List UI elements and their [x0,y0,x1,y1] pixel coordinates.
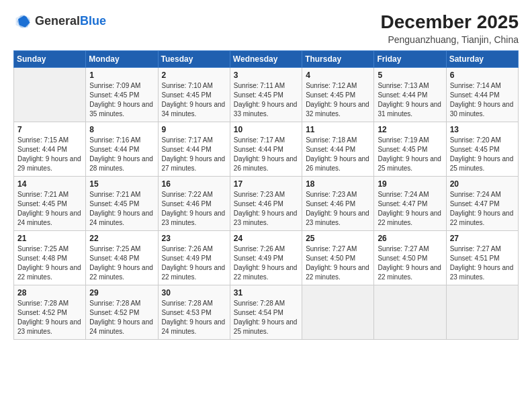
calendar-week-row: 21Sunrise: 7:25 AMSunset: 4:48 PMDayligh… [14,230,519,285]
calendar-cell: 6Sunrise: 7:14 AMSunset: 4:44 PMDaylight… [446,67,518,122]
logo-general: General [35,15,80,28]
day-number: 26 [378,234,442,243]
day-info: Sunrise: 7:16 AMSunset: 4:44 PMDaylight:… [89,136,154,173]
day-info: Sunrise: 7:28 AMSunset: 4:53 PMDaylight:… [162,299,226,336]
day-info: Sunrise: 7:09 AMSunset: 4:45 PMDaylight:… [89,81,154,119]
day-info: Sunrise: 7:15 AMSunset: 4:44 PMDaylight:… [17,136,82,173]
day-number: 13 [450,125,515,134]
day-number: 28 [17,288,82,298]
calendar-week-row: 7Sunrise: 7:15 AMSunset: 4:44 PMDaylight… [14,122,519,176]
calendar-cell: 12Sunrise: 7:19 AMSunset: 4:45 PMDayligh… [374,122,446,176]
day-info: Sunrise: 7:12 AMSunset: 4:45 PMDaylight:… [306,81,370,119]
calendar-cell: 16Sunrise: 7:22 AMSunset: 4:46 PMDayligh… [158,176,230,230]
day-info: Sunrise: 7:26 AMSunset: 4:49 PMDaylight:… [162,244,226,282]
day-info: Sunrise: 7:23 AMSunset: 4:46 PMDaylight:… [234,190,298,228]
calendar-week-row: 1Sunrise: 7:09 AMSunset: 4:45 PMDaylight… [14,67,519,122]
calendar-cell: 9Sunrise: 7:17 AMSunset: 4:44 PMDaylight… [158,122,230,176]
day-info: Sunrise: 7:25 AMSunset: 4:48 PMDaylight:… [17,244,82,282]
calendar-cell: 14Sunrise: 7:21 AMSunset: 4:45 PMDayligh… [14,176,86,230]
calendar-cell: 29Sunrise: 7:28 AMSunset: 4:52 PMDayligh… [86,285,158,339]
day-number: 11 [306,125,370,134]
calendar-table: SundayMondayTuesdayWednesdayThursdayFrid… [13,50,519,340]
calendar-cell: 31Sunrise: 7:28 AMSunset: 4:54 PMDayligh… [230,285,302,339]
calendar-cell: 15Sunrise: 7:21 AMSunset: 4:45 PMDayligh… [86,176,158,230]
day-info: Sunrise: 7:24 AMSunset: 4:47 PMDaylight:… [378,190,442,228]
location: Penguanzhuang, Tianjin, China [381,34,519,45]
day-info: Sunrise: 7:27 AMSunset: 4:50 PMDaylight:… [378,244,442,282]
day-info: Sunrise: 7:21 AMSunset: 4:45 PMDaylight:… [89,190,154,228]
calendar-cell: 7Sunrise: 7:15 AMSunset: 4:44 PMDaylight… [14,122,86,176]
calendar-cell [302,285,374,339]
calendar-cell: 1Sunrise: 7:09 AMSunset: 4:45 PMDaylight… [86,67,158,122]
day-info: Sunrise: 7:14 AMSunset: 4:44 PMDaylight:… [450,81,515,119]
calendar-cell: 30Sunrise: 7:28 AMSunset: 4:53 PMDayligh… [158,285,230,339]
day-info: Sunrise: 7:10 AMSunset: 4:45 PMDaylight:… [162,81,226,119]
calendar-header-row: SundayMondayTuesdayWednesdayThursdayFrid… [14,50,519,67]
day-number: 3 [234,71,298,80]
day-info: Sunrise: 7:24 AMSunset: 4:47 PMDaylight:… [450,190,515,228]
calendar-cell: 18Sunrise: 7:23 AMSunset: 4:46 PMDayligh… [302,176,374,230]
calendar-header-thursday: Thursday [302,50,374,67]
calendar-cell: 19Sunrise: 7:24 AMSunset: 4:47 PMDayligh… [374,176,446,230]
day-number: 27 [450,234,515,243]
calendar-cell [14,67,86,122]
day-info: Sunrise: 7:28 AMSunset: 4:52 PMDaylight:… [89,299,154,336]
day-info: Sunrise: 7:28 AMSunset: 4:54 PMDaylight:… [234,299,298,336]
day-number: 22 [89,234,154,243]
day-number: 30 [162,288,226,298]
calendar-week-row: 14Sunrise: 7:21 AMSunset: 4:45 PMDayligh… [14,176,519,230]
day-number: 6 [450,71,515,80]
calendar-header-saturday: Saturday [446,50,518,67]
day-number: 10 [234,125,298,134]
day-info: Sunrise: 7:26 AMSunset: 4:49 PMDaylight:… [234,244,298,282]
day-number: 29 [89,288,154,298]
calendar-cell: 3Sunrise: 7:11 AMSunset: 4:45 PMDaylight… [230,67,302,122]
day-info: Sunrise: 7:20 AMSunset: 4:45 PMDaylight:… [450,136,515,173]
day-number: 14 [17,179,82,189]
calendar-header-tuesday: Tuesday [158,50,230,67]
logo-text-block: GeneralBlue [35,15,106,28]
day-number: 9 [162,125,226,134]
day-number: 31 [234,288,298,298]
day-number: 25 [306,234,370,243]
calendar-cell [446,285,518,339]
day-number: 20 [450,179,515,189]
calendar-cell: 20Sunrise: 7:24 AMSunset: 4:47 PMDayligh… [446,176,518,230]
calendar-cell: 8Sunrise: 7:16 AMSunset: 4:44 PMDaylight… [86,122,158,176]
day-info: Sunrise: 7:13 AMSunset: 4:44 PMDaylight:… [378,81,442,119]
day-number: 7 [17,125,82,134]
day-number: 12 [378,125,442,134]
calendar-cell: 27Sunrise: 7:27 AMSunset: 4:51 PMDayligh… [446,230,518,285]
calendar-cell: 26Sunrise: 7:27 AMSunset: 4:50 PMDayligh… [374,230,446,285]
calendar-cell: 5Sunrise: 7:13 AMSunset: 4:44 PMDaylight… [374,67,446,122]
page: GeneralBlue December 2025 Penguanzhuang,… [0,0,532,411]
day-number: 17 [234,179,298,189]
day-number: 24 [234,234,298,243]
day-number: 1 [89,71,154,80]
day-info: Sunrise: 7:23 AMSunset: 4:46 PMDaylight:… [306,190,370,228]
calendar-cell: 11Sunrise: 7:18 AMSunset: 4:44 PMDayligh… [302,122,374,176]
calendar-cell: 24Sunrise: 7:26 AMSunset: 4:49 PMDayligh… [230,230,302,285]
day-info: Sunrise: 7:19 AMSunset: 4:45 PMDaylight:… [378,136,442,173]
day-number: 16 [162,179,226,189]
calendar-header-monday: Monday [86,50,158,67]
calendar-cell: 22Sunrise: 7:25 AMSunset: 4:48 PMDayligh… [86,230,158,285]
day-number: 2 [162,71,226,80]
calendar-cell: 25Sunrise: 7:27 AMSunset: 4:50 PMDayligh… [302,230,374,285]
header: GeneralBlue December 2025 Penguanzhuang,… [13,12,519,45]
calendar-cell [374,285,446,339]
day-number: 18 [306,179,370,189]
calendar-week-row: 28Sunrise: 7:28 AMSunset: 4:52 PMDayligh… [14,285,519,339]
day-info: Sunrise: 7:21 AMSunset: 4:45 PMDaylight:… [17,190,82,228]
day-info: Sunrise: 7:28 AMSunset: 4:52 PMDaylight:… [17,299,82,336]
day-number: 8 [89,125,154,134]
day-number: 5 [378,71,442,80]
day-info: Sunrise: 7:17 AMSunset: 4:44 PMDaylight:… [234,136,298,173]
logo-icon [13,12,32,31]
calendar-cell: 23Sunrise: 7:26 AMSunset: 4:49 PMDayligh… [158,230,230,285]
calendar-cell: 4Sunrise: 7:12 AMSunset: 4:45 PMDaylight… [302,67,374,122]
day-info: Sunrise: 7:27 AMSunset: 4:51 PMDaylight:… [450,244,515,282]
calendar-cell: 2Sunrise: 7:10 AMSunset: 4:45 PMDaylight… [158,67,230,122]
calendar-cell: 17Sunrise: 7:23 AMSunset: 4:46 PMDayligh… [230,176,302,230]
day-info: Sunrise: 7:18 AMSunset: 4:44 PMDaylight:… [306,136,370,173]
